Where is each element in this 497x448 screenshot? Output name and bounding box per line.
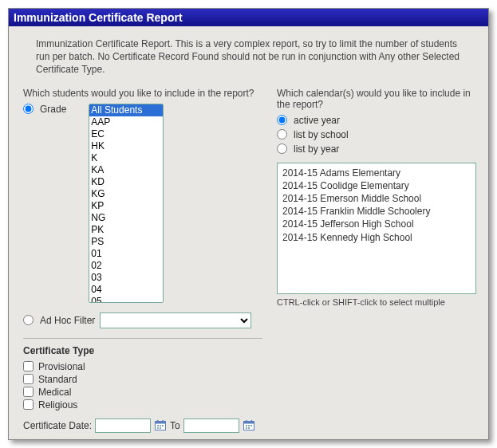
- grade-option[interactable]: PK: [89, 224, 163, 236]
- chk-standard-row[interactable]: Standard: [23, 374, 262, 385]
- calendars-question: Which calendar(s) would you like to incl…: [277, 88, 476, 110]
- chk-standard-label: Standard: [38, 374, 77, 385]
- radio-grade[interactable]: [23, 104, 34, 114]
- svg-rect-2: [157, 420, 159, 422]
- grade-option[interactable]: 04: [89, 284, 163, 296]
- chk-medical-row[interactable]: Medical: [23, 387, 262, 398]
- intro-text: Immunization Certificate Report. This is…: [20, 33, 477, 88]
- grade-option[interactable]: 01: [89, 248, 163, 260]
- radio-grade-label: Grade: [40, 104, 66, 115]
- grade-option[interactable]: 05: [89, 296, 163, 303]
- chk-standard[interactable]: [23, 374, 34, 384]
- chk-religious-row[interactable]: Religious: [23, 399, 262, 411]
- svg-rect-17: [248, 427, 250, 429]
- radio-grade-row[interactable]: Grade: [23, 104, 66, 115]
- svg-rect-8: [160, 427, 161, 429]
- radio-adhoc-label: Ad Hoc Filter: [40, 315, 95, 326]
- grade-option[interactable]: All Students: [89, 104, 163, 116]
- grade-option[interactable]: KG: [89, 188, 163, 200]
- chk-medical-label: Medical: [38, 387, 71, 398]
- radio-active-year[interactable]: [277, 115, 287, 125]
- chk-religious[interactable]: [23, 399, 34, 410]
- grade-option[interactable]: 03: [89, 272, 163, 284]
- calendar-item[interactable]: 2014-15 Kennedy High School: [279, 231, 474, 244]
- grade-option[interactable]: KP: [89, 200, 163, 212]
- students-question: Which students would you like to include…: [23, 88, 262, 99]
- radio-adhoc[interactable]: [23, 315, 34, 325]
- radio-list-by-year-label: list by year: [294, 143, 339, 155]
- grade-option[interactable]: HK: [89, 140, 163, 152]
- svg-rect-12: [250, 420, 252, 422]
- svg-rect-6: [162, 425, 164, 426]
- grade-listbox[interactable]: All StudentsAAPECHKKKAKDKGKPNGPKPS010203…: [89, 104, 164, 303]
- multiselect-hint: CTRL-click or SHIFT-click to select mult…: [277, 297, 476, 307]
- grade-option[interactable]: 02: [89, 260, 163, 272]
- radio-list-by-school-label: list by school: [294, 129, 349, 140]
- chk-provisional[interactable]: [23, 361, 34, 371]
- calendar-item[interactable]: 2014-15 Coolidge Elementary: [279, 179, 474, 192]
- svg-rect-16: [246, 427, 247, 429]
- chk-provisional-label: Provisional: [38, 361, 85, 372]
- svg-rect-11: [246, 420, 247, 422]
- svg-rect-15: [250, 425, 252, 426]
- radio-adhoc-row[interactable]: Ad Hoc Filter: [23, 315, 95, 326]
- radio-list-by-school[interactable]: [277, 129, 287, 140]
- cert-date-from[interactable]: [95, 419, 151, 433]
- calendar-item[interactable]: 2014-15 Franklin Middle Schoolery: [279, 205, 474, 218]
- svg-rect-14: [248, 425, 250, 426]
- title-bar: Immunization Certificate Report: [9, 9, 488, 26]
- radio-list-by-year[interactable]: [277, 143, 287, 154]
- calendar-item[interactable]: 2014-15 Emerson Middle School: [279, 192, 474, 205]
- radio-active-year-label: active year: [294, 115, 340, 126]
- title-text: Immunization Certificate Report: [14, 11, 183, 24]
- grade-option[interactable]: KA: [89, 164, 163, 176]
- calendar-item[interactable]: 2014-15 Jefferson High School: [279, 218, 474, 230]
- separator: [23, 338, 262, 339]
- calendar-listbox[interactable]: 2014-15 Adams Elementary2014-15 Coolidge…: [277, 163, 476, 294]
- grade-option[interactable]: PS: [89, 236, 163, 248]
- svg-rect-1: [156, 422, 166, 424]
- svg-rect-7: [157, 427, 159, 429]
- grade-option[interactable]: NG: [89, 212, 163, 224]
- radio-active-row[interactable]: active year: [277, 115, 476, 126]
- chk-medical[interactable]: [23, 387, 34, 397]
- svg-rect-4: [157, 425, 159, 426]
- calendar-icon-to[interactable]: [243, 419, 255, 431]
- svg-rect-3: [163, 420, 164, 422]
- calendar-icon-from[interactable]: [154, 419, 167, 431]
- radio-year-row[interactable]: list by year: [277, 143, 476, 155]
- chk-religious-label: Religious: [38, 399, 77, 411]
- grade-option[interactable]: KD: [89, 176, 163, 188]
- svg-rect-5: [160, 425, 161, 426]
- grade-option[interactable]: K: [89, 152, 163, 164]
- cert-section-title: Certificate Type: [23, 345, 262, 356]
- cert-date-label: Certificate Date:: [23, 420, 92, 431]
- grade-option[interactable]: EC: [89, 128, 163, 140]
- chk-provisional-row[interactable]: Provisional: [23, 361, 262, 372]
- grade-option[interactable]: AAP: [89, 116, 163, 128]
- calendar-item[interactable]: 2014-15 Adams Elementary: [279, 167, 474, 179]
- svg-rect-13: [246, 425, 247, 426]
- cert-date-to[interactable]: [183, 419, 239, 433]
- panel-body: Immunization Certificate Report. This is…: [9, 26, 488, 439]
- radio-school-row[interactable]: list by school: [277, 129, 476, 140]
- svg-rect-10: [243, 422, 254, 424]
- report-panel: Immunization Certificate Report Immuniza…: [8, 8, 489, 440]
- cert-date-to-label: To: [170, 420, 180, 431]
- adhoc-filter-select[interactable]: [100, 312, 251, 328]
